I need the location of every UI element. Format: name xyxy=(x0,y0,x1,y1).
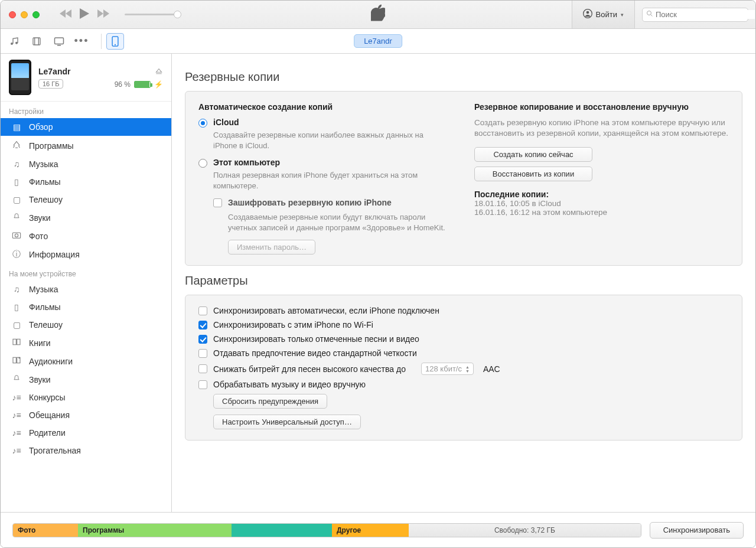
music-tab-icon[interactable] xyxy=(6,34,22,49)
sidebar-item-music[interactable]: ♫Музыка xyxy=(1,155,171,173)
more-tab-icon[interactable]: ••• xyxy=(74,34,89,49)
capacity-seg-other: Другое xyxy=(332,524,409,537)
device-button[interactable] xyxy=(106,33,124,50)
svg-point-5 xyxy=(15,41,18,44)
search-icon xyxy=(646,10,653,19)
backup-icloud-option[interactable]: iCloud xyxy=(198,118,453,128)
svg-point-1 xyxy=(586,11,589,14)
device-header: Le7andr 16 ГБ 96 % ⚡ xyxy=(1,54,171,102)
next-track-icon[interactable] xyxy=(97,9,109,19)
restore-backup-button[interactable]: Восстановить из копии xyxy=(474,167,592,181)
main-content: Резервные копии Автоматическое создание … xyxy=(172,54,755,512)
change-password-button[interactable]: Изменить пароль… xyxy=(228,240,315,255)
apple-logo-icon xyxy=(371,4,385,25)
backups-panel: Автоматическое создание копий iCloud Соз… xyxy=(185,91,742,266)
sidebar-item-info[interactable]: ⓘИнформация xyxy=(1,245,171,264)
stepper-icon: ▲▼ xyxy=(465,365,470,373)
play-icon[interactable] xyxy=(80,8,89,21)
sidebar-item-apps[interactable]: Программы xyxy=(1,136,171,155)
auto-backup-column: Автоматическое создание копий iCloud Соз… xyxy=(198,102,453,255)
chevron-down-icon: ▾ xyxy=(621,12,624,18)
movies-tab-icon[interactable] xyxy=(29,34,44,49)
playlist-icon: ♪≡ xyxy=(11,446,22,455)
zoom-button[interactable] xyxy=(32,11,40,18)
sign-in-button[interactable]: Войти ▾ xyxy=(572,1,635,28)
sidebar-settings-list: ▤Обзор Программы ♫Музыка ▯Фильмы ▢Телешо… xyxy=(1,118,171,264)
battery-icon xyxy=(134,81,151,88)
sidebar-item-pl-obeschania[interactable]: ♪≡Обещания xyxy=(1,406,171,424)
sidebar-item-photos[interactable]: Фото xyxy=(1,227,171,245)
opt-wifi-checkbox[interactable] xyxy=(198,321,207,330)
opt-checked-only-checkbox[interactable] xyxy=(198,335,207,344)
sidebar-ondevice-heading: На моем устройстве xyxy=(1,264,171,280)
sidebar-item-pl-roditeli[interactable]: ♪≡Родители xyxy=(1,424,171,442)
opt-bitrate-checkbox[interactable] xyxy=(198,364,207,373)
charging-icon: ⚡ xyxy=(154,80,163,89)
sidebar-ondevice-list: ♫Музыка ▯Фильмы ▢Телешоу Книги Аудиокниг… xyxy=(1,280,171,459)
prev-track-icon[interactable] xyxy=(60,9,71,19)
opt-wifi[interactable]: Синхронизировать с этим iPhone по Wi-Fi xyxy=(198,320,729,330)
last-backup-line-1: 18.01.16, 10:05 в iCloud xyxy=(474,199,729,208)
capacity-seg-apps: Программы xyxy=(78,524,232,537)
encrypt-checkbox[interactable] xyxy=(213,198,222,207)
opt-manual-checkbox[interactable] xyxy=(198,380,207,389)
books-icon xyxy=(11,338,22,348)
opt-sdvideo-checkbox[interactable] xyxy=(198,349,207,358)
playlist-icon: ♪≡ xyxy=(11,428,22,438)
sidebar-item-sounds[interactable]: Звуки xyxy=(1,208,171,227)
bitrate-select[interactable]: 128 кбит/с ▲▼ xyxy=(421,363,474,375)
playlist-icon: ♪≡ xyxy=(11,393,22,402)
playlist-icon: ♪≡ xyxy=(11,410,22,420)
opt-autosync[interactable]: Синхронизировать автоматически, если iPh… xyxy=(198,306,729,315)
minimize-button[interactable] xyxy=(21,11,28,18)
thispc-desc: Полная резервная копия iPhone будет хран… xyxy=(213,170,438,191)
window-controls xyxy=(1,11,48,18)
volume-slider[interactable] xyxy=(125,14,178,15)
manual-backup-heading: Резервное копирование и восстановление в… xyxy=(474,102,729,112)
sidebar-item-od-tvshows[interactable]: ▢Телешоу xyxy=(1,316,171,334)
sidebar-item-overview[interactable]: ▤Обзор xyxy=(1,118,171,136)
universal-access-button[interactable]: Настроить Универсальный доступ… xyxy=(213,415,361,429)
backup-thispc-radio[interactable] xyxy=(198,159,207,168)
opt-autosync-checkbox[interactable] xyxy=(198,306,207,315)
device-thumbnail xyxy=(9,60,31,95)
svg-rect-6 xyxy=(33,38,40,45)
close-button[interactable] xyxy=(9,11,16,18)
svg-point-12 xyxy=(115,44,116,45)
overview-icon: ▤ xyxy=(11,122,22,132)
user-icon xyxy=(583,9,592,20)
auto-backup-heading: Автоматическое создание копий xyxy=(198,102,453,112)
sidebar-item-od-movies[interactable]: ▯Фильмы xyxy=(1,298,171,316)
movies-icon: ▯ xyxy=(11,177,22,187)
info-icon: ⓘ xyxy=(11,249,22,260)
backup-thispc-option[interactable]: Этот компьютер xyxy=(198,158,453,168)
audiobooks-icon xyxy=(11,356,22,366)
sync-button[interactable]: Синхронизировать xyxy=(650,522,744,539)
opt-manual[interactable]: Обрабатывать музыку и видео вручную xyxy=(198,380,729,389)
media-type-toolbar: ••• Le7andr xyxy=(1,29,755,54)
opt-sdvideo[interactable]: Отдавать предпочтение видео стандартной … xyxy=(198,348,729,358)
capacity-seg-media xyxy=(232,524,332,537)
eject-icon[interactable] xyxy=(155,67,163,77)
icloud-desc: Создавайте резервные копии наиболее важн… xyxy=(213,130,438,151)
backup-now-button[interactable]: Создать копию сейчас xyxy=(474,147,592,162)
manual-backup-column: Резервное копирование и восстановление в… xyxy=(474,102,729,255)
sidebar-item-movies[interactable]: ▯Фильмы xyxy=(1,173,171,191)
sidebar-item-tvshows[interactable]: ▢Телешоу xyxy=(1,191,171,208)
device-name-pill[interactable]: Le7andr xyxy=(354,34,402,48)
sidebar-item-pl-konkursy[interactable]: ♪≡Конкурсы xyxy=(1,389,171,406)
sidebar-item-od-audiobooks[interactable]: Аудиокниги xyxy=(1,352,171,370)
tvshows-tab-icon[interactable] xyxy=(51,34,67,49)
music-icon: ♫ xyxy=(11,159,22,169)
backup-icloud-radio[interactable] xyxy=(198,119,207,128)
encrypt-backup-option[interactable]: Зашифровать резервную копию iPhone xyxy=(213,198,453,207)
reset-warnings-button[interactable]: Сбросить предупреждения xyxy=(213,394,327,409)
search-input[interactable] xyxy=(656,10,755,19)
opt-checked-only[interactable]: Синхронизировать только отмеченные песни… xyxy=(198,334,729,344)
sidebar-item-od-music[interactable]: ♫Музыка xyxy=(1,280,171,298)
apps-icon xyxy=(11,140,22,151)
sidebar: Le7andr 16 ГБ 96 % ⚡ Настройки ▤Обзор xyxy=(1,54,172,512)
sidebar-item-od-sounds[interactable]: Звуки xyxy=(1,370,171,389)
sidebar-item-od-books[interactable]: Книги xyxy=(1,334,171,352)
sidebar-item-pl-trogatelnaya[interactable]: ♪≡Трогательная xyxy=(1,442,171,459)
